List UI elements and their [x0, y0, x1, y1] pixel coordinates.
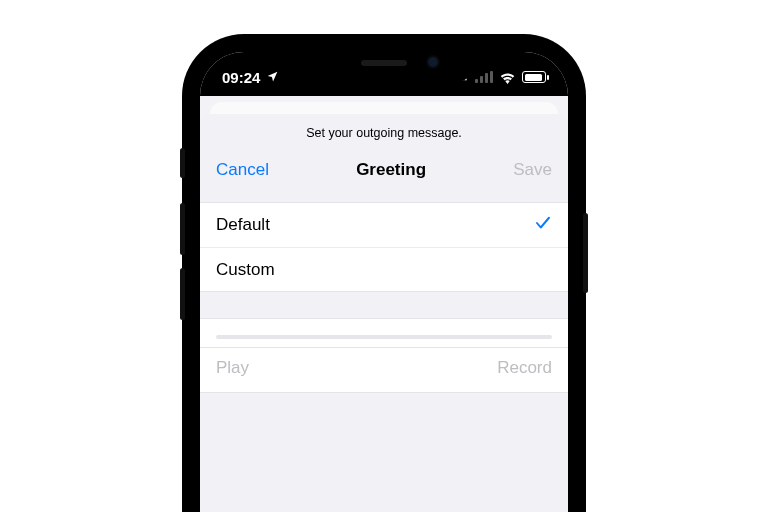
volume-up-button: [180, 203, 185, 255]
option-default-label: Default: [216, 215, 270, 235]
power-button: [583, 213, 588, 293]
wifi-icon: [499, 71, 516, 84]
sheet-title: Greeting: [356, 160, 426, 180]
phone-frame: 09:24 ⠿ Set your outgoing message.: [186, 38, 582, 512]
cancel-button[interactable]: Cancel: [216, 160, 269, 180]
battery-icon: [522, 71, 546, 83]
mute-switch: [180, 148, 185, 178]
sheet-navbar: Cancel Greeting Save: [200, 154, 568, 202]
status-time: 09:24: [222, 69, 260, 86]
option-custom[interactable]: Custom: [200, 247, 568, 291]
phone-screen: 09:24 ⠿ Set your outgoing message.: [200, 52, 568, 512]
record-button[interactable]: Record: [497, 358, 552, 378]
volume-down-button: [180, 268, 185, 320]
checkmark-icon: [534, 214, 552, 237]
play-button[interactable]: Play: [216, 358, 249, 378]
option-custom-label: Custom: [216, 260, 275, 280]
notch: [294, 52, 474, 82]
greeting-sheet: Set your outgoing message. Cancel Greeti…: [200, 114, 568, 512]
playback-controls: Play Record: [200, 348, 568, 393]
playback-progress[interactable]: [216, 335, 552, 339]
playback-progress-container: [200, 318, 568, 348]
sheet-caption: Set your outgoing message.: [200, 114, 568, 154]
location-icon: [266, 69, 279, 86]
greeting-options-list: Default Custom: [200, 202, 568, 292]
option-default[interactable]: Default: [200, 203, 568, 247]
cellular-icon: [475, 71, 493, 83]
save-button[interactable]: Save: [513, 160, 552, 180]
